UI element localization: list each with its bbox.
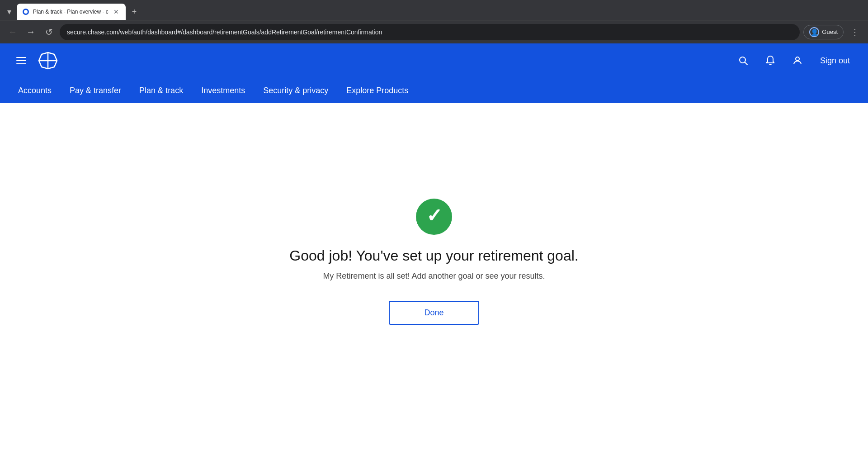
reload-button[interactable]: ↺ <box>42 25 56 39</box>
address-bar[interactable] <box>60 24 800 40</box>
notifications-button[interactable] <box>762 52 778 69</box>
profile-icon: 👤 <box>809 27 819 37</box>
nav-item-investments[interactable]: Investments <box>192 78 254 104</box>
svg-point-6 <box>796 57 799 61</box>
back-button[interactable]: ← <box>5 25 20 39</box>
hamburger-line <box>16 60 26 61</box>
chase-app: Sign out Accounts Pay & transfer Plan & … <box>0 43 868 420</box>
search-button[interactable] <box>735 52 751 69</box>
chase-header: Sign out <box>0 43 868 78</box>
forward-button[interactable]: → <box>24 25 38 39</box>
hamburger-line <box>16 63 26 64</box>
nav-item-explore-products[interactable]: Explore Products <box>337 78 417 104</box>
new-tab-button[interactable]: + <box>127 5 142 19</box>
nav-item-accounts[interactable]: Accounts <box>9 78 61 104</box>
success-title: Good job! You've set up your retirement … <box>289 247 578 264</box>
tab-close-button[interactable]: ✕ <box>112 8 120 16</box>
success-icon-wrapper: ✓ <box>416 199 452 235</box>
svg-line-5 <box>745 62 747 65</box>
tab-switcher-button[interactable]: ▾ <box>4 5 15 19</box>
success-subtitle: My Retirement is all set! Add another go… <box>323 271 545 281</box>
account-button[interactable] <box>789 52 806 69</box>
nav-item-pay-transfer[interactable]: Pay & transfer <box>61 78 130 104</box>
done-button[interactable]: Done <box>389 301 479 325</box>
tab-title: Plan & track - Plan overview - c <box>33 9 108 15</box>
browser-toolbar: ← → ↺ 👤 Guest ⋮ <box>0 20 868 43</box>
tab-favicon <box>22 8 29 15</box>
browser-menu-button[interactable]: ⋮ <box>847 25 863 39</box>
success-circle: ✓ <box>416 199 452 235</box>
browser-chrome: ▾ Plan & track - Plan overview - c ✕ + ←… <box>0 0 868 43</box>
browser-tab-bar: ▾ Plan & track - Plan overview - c ✕ + <box>0 0 868 20</box>
profile-label: Guest <box>822 28 838 35</box>
nav-item-security-privacy[interactable]: Security & privacy <box>254 78 337 104</box>
hamburger-menu-button[interactable] <box>14 55 28 66</box>
chase-logo[interactable] <box>37 50 59 71</box>
hamburger-line <box>16 57 26 58</box>
checkmark-icon: ✓ <box>426 206 442 225</box>
browser-tab[interactable]: Plan & track - Plan overview - c ✕ <box>17 4 126 20</box>
profile-button[interactable]: 👤 Guest <box>803 25 844 39</box>
sign-out-button[interactable]: Sign out <box>816 56 854 66</box>
main-content: ✓ Good job! You've set up your retiremen… <box>0 103 868 420</box>
header-icons: Sign out <box>735 52 854 69</box>
nav-item-plan-track[interactable]: Plan & track <box>130 78 192 104</box>
chase-navigation: Accounts Pay & transfer Plan & track Inv… <box>0 78 868 103</box>
